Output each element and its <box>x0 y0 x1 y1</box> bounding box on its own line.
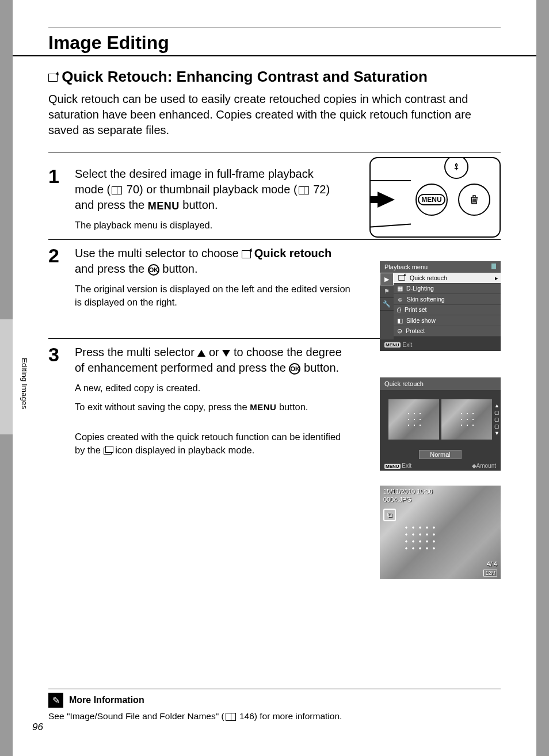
preview-edited <box>441 399 492 440</box>
adjust-icon: ◆ <box>472 463 476 469</box>
screenshot-title: Quick retouch <box>380 377 501 390</box>
side-tab-label: Editing Images <box>20 358 29 409</box>
image-content <box>403 524 437 553</box>
skin-icon: ☺ <box>397 296 403 303</box>
text: Press the multi selector <box>75 346 197 358</box>
note-icon: ✎ <box>48 693 63 708</box>
filename: 0004.JPG <box>383 496 411 503</box>
menu-item-skin-softening: ☺Skin softening <box>394 294 501 305</box>
steps-top-rule <box>48 152 501 152</box>
step-number: 3 <box>48 345 64 456</box>
retouch-copy-icon <box>104 446 113 455</box>
page-number: 96 <box>32 721 43 733</box>
book-ref-icon <box>299 186 309 194</box>
menu-item-d-lighting: ▦D-Lighting <box>394 284 501 295</box>
header-underline <box>13 55 536 56</box>
amount-slider-icon: ▲▢▢▢▼ <box>494 403 500 436</box>
trash-icon <box>468 194 480 205</box>
book-ref-icon <box>226 713 236 721</box>
menu-button-label: MENU <box>250 402 276 413</box>
menu-option-name: Quick retouch <box>254 247 331 259</box>
more-info-title: More Information <box>69 695 144 705</box>
text: See "Image/Sound File and Folder Names" … <box>48 711 224 721</box>
camera-edge-line <box>371 180 411 181</box>
page: Image Editing Editing Images Quick Retou… <box>13 0 536 756</box>
menu-button: MENU <box>415 184 448 216</box>
level-bar: Normal <box>380 449 501 460</box>
quick-retouch-icon <box>48 74 58 82</box>
text: or <box>205 346 222 358</box>
text: button. <box>276 402 308 412</box>
side-tab <box>0 319 13 434</box>
preview-original <box>388 399 439 440</box>
page-ref: 72 <box>313 183 326 196</box>
protect-icon: ⊖ <box>397 327 402 334</box>
step-2-sub: The original version is displayed on the… <box>75 282 351 308</box>
image-size-badge: 12M <box>483 570 497 576</box>
image-count: 4/ 4 <box>487 560 497 567</box>
delete-button <box>458 184 490 216</box>
ok-button-icon: OK <box>148 264 159 276</box>
quick-retouch-icon <box>242 250 251 258</box>
page-ref: 146 <box>239 711 254 721</box>
setup-tab-icon: ⚑ <box>380 285 394 298</box>
menu-item-label: Skin softening <box>407 296 445 303</box>
d-lighting-icon: ▦ <box>397 285 403 292</box>
arrow-right-icon <box>378 192 395 208</box>
menu-button-label: MENU <box>418 194 445 205</box>
exit-label: Exit <box>402 463 411 469</box>
step-number: 2 <box>48 246 64 330</box>
timestamp: 15/11/2010 15:30 <box>383 488 433 495</box>
step-1-sub: The playback menu is displayed. <box>75 219 351 231</box>
menu-list: Quick retouch▸ ▦D-Lighting ☺Skin softeni… <box>394 273 501 339</box>
down-arrow-icon <box>222 350 230 357</box>
text: Use the multi selector to choose <box>75 247 242 259</box>
book-ref-icon <box>112 186 122 194</box>
preview-row: ▲▢▢▢▼ <box>380 390 501 449</box>
slide-icon: ◧ <box>397 317 403 324</box>
menu-item-label: Protect <box>406 327 425 334</box>
step-3-text: Press the multi selector or to choose th… <box>75 345 345 376</box>
menu-item-quick-retouch: Quick retouch▸ <box>394 273 501 284</box>
step-1-text: Select the desired image in full-frame p… <box>75 166 345 213</box>
level-label: Normal <box>419 450 461 459</box>
step-3-sub3: Copies created with the quick retouch fu… <box>75 430 351 456</box>
screenshot-header: Playback menu <box>380 261 501 273</box>
battery-icon <box>491 264 496 269</box>
playback-screenshot: 15/11/2010 15:30 0004.JPG ⧉ 12M 4/ 4 <box>380 486 501 579</box>
print-icon: ⎙ <box>397 306 401 313</box>
header-rule <box>48 28 501 28</box>
section-title: Quick Retouch: Enhancing Contrast and Sa… <box>48 68 501 86</box>
quick-retouch-screenshot: Quick retouch ▲▢▢▢▼ Normal MENU Exit ◆Am… <box>380 377 501 471</box>
menu-badge: MENU <box>384 464 401 469</box>
macro-button-icon <box>444 157 468 179</box>
more-info-body: See "Image/Sound File and Folder Names" … <box>48 711 501 721</box>
menu-item-label: D-Lighting <box>406 285 434 292</box>
text: ) or thumbnail playback mode ( <box>139 183 298 196</box>
section-intro: Quick retouch can be used to easily crea… <box>48 91 501 138</box>
step-number: 1 <box>48 166 64 231</box>
more-information: ✎ More Information See "Image/Sound File… <box>48 689 501 721</box>
menu-badge: MENU <box>384 342 401 348</box>
page-ref: 70 <box>127 183 139 196</box>
step-3-sub1: A new, edited copy is created. <box>75 381 351 394</box>
page-title: Image Editing <box>48 32 169 54</box>
menu-item-protect: ⊖Protect <box>394 326 501 337</box>
screenshot-footer: MENU Exit ◆Amount <box>380 460 501 471</box>
text: button. <box>180 198 218 211</box>
text: icon displayed in playback mode. <box>113 445 255 455</box>
menu-item-label: Quick retouch <box>410 274 447 281</box>
quick-retouch-icon <box>398 275 405 281</box>
menu-item-slide-show: ◧Slide show <box>394 315 501 326</box>
up-arrow-icon <box>197 350 205 357</box>
menu-item-label: Print set <box>405 306 427 313</box>
camera-illustration: MENU <box>369 157 501 238</box>
menu-item-label: Slide show <box>406 317 436 324</box>
step-3-sub2: To exit without saving the copy, press t… <box>75 400 351 414</box>
text: button. <box>159 262 198 275</box>
step-2-text: Use the multi selector to choose Quick r… <box>75 246 345 277</box>
screenshot-footer: MENU Exit <box>380 339 501 350</box>
screenshot-title: Playback menu <box>384 264 428 270</box>
playback-menu-screenshot: Playback menu ▶ ⚑ 🔧 Quick retouch▸ ▦D-Li… <box>380 261 501 351</box>
retouch-copy-indicator-icon: ⧉ <box>383 509 396 521</box>
